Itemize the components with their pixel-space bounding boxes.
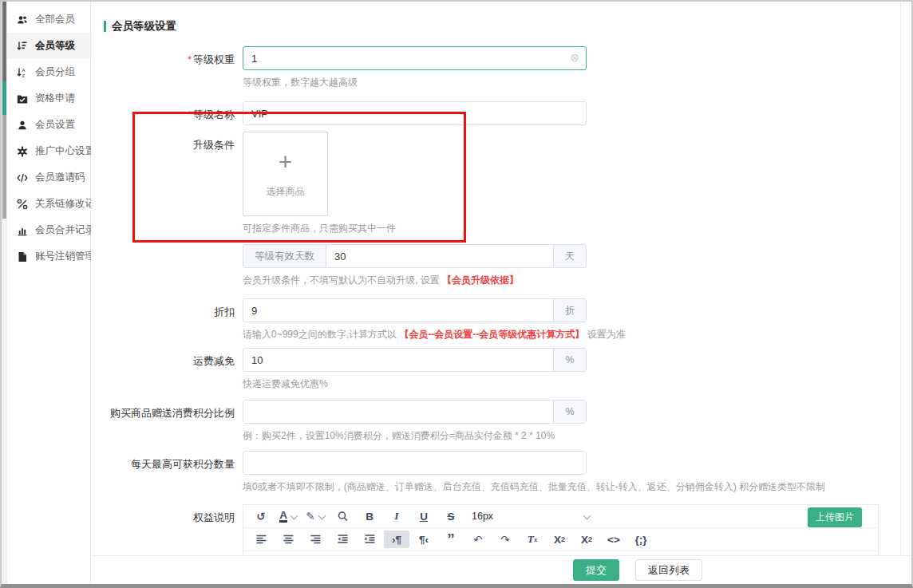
- blockquote-icon[interactable]: ”: [438, 531, 464, 548]
- page-title: 会员等级设置: [112, 19, 176, 34]
- underline-icon[interactable]: U: [411, 507, 437, 525]
- scrollbar-track-segment: [2, 115, 6, 219]
- clear-format-icon[interactable]: Tx: [520, 531, 545, 548]
- sidebar-item-member-groups[interactable]: AZ 会员分组: [7, 59, 90, 85]
- daily-max-points-input[interactable]: [243, 451, 587, 475]
- level-name-input[interactable]: [243, 101, 587, 125]
- user-icon: [17, 120, 28, 131]
- sidebar-item-label: 会员合并记录: [35, 223, 95, 237]
- align-center-icon[interactable]: [275, 531, 301, 548]
- gear-icon: [17, 146, 28, 157]
- superscript-icon[interactable]: X2: [574, 531, 599, 548]
- sort-level-icon: [17, 41, 28, 52]
- code-block-icon[interactable]: {;}: [628, 531, 654, 548]
- clear-input-icon[interactable]: ⊗: [570, 52, 579, 63]
- helper-text: 等级权重，数字越大越高级: [243, 76, 587, 89]
- upgrade-basis-link[interactable]: 【会员升级依据】: [442, 274, 519, 286]
- sidebar-item-member-level[interactable]: 会员等级: [7, 33, 90, 59]
- sidebar-item-label: 会员邀请码: [35, 171, 85, 184]
- sidebar-item-label: 会员设置: [35, 118, 75, 132]
- discount-input[interactable]: [243, 299, 553, 322]
- sidebar-item-invite-code[interactable]: 会员邀请码: [7, 164, 90, 191]
- footer-bar: 提交 返回列表: [91, 555, 911, 584]
- sidebar-item-merge-log[interactable]: 会员合并记录: [7, 217, 90, 243]
- sidebar-item-relation-log[interactable]: 关系链修改记录: [7, 191, 90, 217]
- sidebar-item-account-cancellation[interactable]: 账号注销管理: [7, 243, 90, 270]
- points-ratio-input[interactable]: [243, 401, 553, 423]
- valid-days-prefix: 等级有效天数: [243, 245, 326, 267]
- paragraph-rtl-icon[interactable]: ›¶: [384, 531, 409, 548]
- strikethrough-icon[interactable]: S: [438, 507, 464, 525]
- shipping-discount-input[interactable]: [243, 349, 553, 371]
- bold-icon[interactable]: B: [357, 507, 382, 525]
- users-icon: [17, 14, 28, 26]
- undo-icon[interactable]: ↶: [465, 531, 491, 548]
- file-icon: [17, 251, 28, 262]
- svg-text:Z: Z: [22, 73, 26, 78]
- sidebar-item-label: 推广中心设置: [35, 144, 95, 158]
- align-left-icon[interactable]: [248, 531, 274, 548]
- section-title: 会员等级设置: [104, 19, 911, 34]
- helper-text: 例：购买2件，设置10%消费积分，赠送消费积分=商品实付金额 * 2 * 10%: [243, 429, 690, 442]
- link-icon: [17, 199, 28, 210]
- indent-icon[interactable]: [357, 531, 382, 548]
- form-row-weight: *等级权重 ⊗ 等级权重，数字越大越高级: [104, 46, 911, 89]
- field-label: 每天最高可获积分数量: [104, 451, 243, 472]
- highlight-pen-icon[interactable]: ✎: [302, 507, 328, 525]
- discount-settings-link[interactable]: 【会员--会员设置--会员等级优惠计算方式】: [399, 329, 584, 340]
- font-color-icon[interactable]: A: [275, 507, 301, 525]
- folder-check-icon: [17, 93, 28, 105]
- search-icon[interactable]: [330, 507, 355, 525]
- form-row-daily-max-points: 每天最高可获积分数量 填0或者不填即不限制，(商品赠送、订单赠送、后台充值、充值…: [104, 451, 911, 493]
- font-size-select[interactable]: 16px: [472, 511, 590, 522]
- form-row-valid-days: 等级有效天数 天 会员升级条件，不填写默认为不自动升级, 设置 【会员升级依据】: [104, 244, 911, 286]
- editor-toolbar-row2: ›¶ ¶‹ ” ↶ ↷ Tx X2 X2 <> {;}: [243, 528, 878, 551]
- valid-days-unit: 天: [553, 245, 586, 267]
- sidebar-item-member-settings[interactable]: 会员设置: [7, 112, 90, 138]
- field-label: 购买商品赠送消费积分比例: [104, 400, 243, 420]
- outdent-icon[interactable]: [330, 531, 355, 548]
- field-label: *等级权重: [104, 46, 243, 67]
- form-row-points-ratio: 购买商品赠送消费积分比例 % 例：购买2件，设置10%消费积分，赠送消费积分=商…: [104, 400, 911, 442]
- paragraph-ltr-icon[interactable]: ¶‹: [411, 531, 437, 548]
- helper-text: 会员升级条件，不填写默认为不自动升级, 设置 【会员升级依据】: [243, 274, 587, 286]
- back-to-list-button[interactable]: 返回列表: [635, 559, 702, 581]
- svg-text:A: A: [22, 68, 26, 73]
- redo-icon[interactable]: ↷: [492, 531, 518, 548]
- select-product-uploader[interactable]: + 选择商品: [243, 132, 328, 216]
- italic-icon[interactable]: I: [384, 507, 409, 525]
- points-ratio-unit: %: [553, 401, 586, 423]
- field-label-empty: [104, 244, 243, 251]
- sidebar: 全部会员 会员等级 AZ 会员分组 资格申请 会员设置: [7, 2, 91, 584]
- field-label: 权益说明: [104, 504, 243, 525]
- sort-alpha-icon: AZ: [17, 67, 28, 78]
- inline-code-icon[interactable]: <>: [601, 531, 626, 548]
- level-weight-input[interactable]: [243, 46, 587, 70]
- content-scrollbar-track[interactable]: [900, 2, 901, 584]
- field-label: 折扣: [104, 298, 243, 319]
- plus-icon: +: [279, 150, 293, 174]
- submit-button[interactable]: 提交: [573, 559, 619, 581]
- sidebar-item-label: 资格申请: [35, 92, 75, 105]
- required-asterisk: *: [188, 109, 192, 120]
- field-label: 升级条件: [104, 132, 243, 152]
- sidebar-item-label: 会员等级: [35, 39, 75, 53]
- align-right-icon[interactable]: [302, 531, 328, 548]
- app-window: 全部会员 会员等级 AZ 会员分组 资格申请 会员设置: [0, 0, 913, 588]
- sidebar-item-all-members[interactable]: 全部会员: [7, 6, 90, 33]
- select-product-label: 选择商品: [267, 185, 305, 199]
- sidebar-item-promotion-settings[interactable]: 推广中心设置: [7, 138, 90, 164]
- valid-days-input[interactable]: [326, 245, 553, 267]
- required-asterisk: *: [188, 53, 192, 65]
- form-row-discount: 折扣 折 请输入0~999之间的数字,计算方式以 【会员--会员设置--会员等级…: [104, 298, 911, 341]
- editor-toolbar-row1: ↺ A ✎ B I U S 16px 上传图片: [243, 505, 878, 528]
- subscript-icon[interactable]: X2: [547, 531, 572, 548]
- sidebar-item-label: 会员分组: [35, 65, 75, 79]
- history-icon[interactable]: ↺: [248, 507, 274, 525]
- sidebar-item-label: 账号注销管理: [35, 250, 95, 263]
- main-panel: 会员等级设置 *等级权重 ⊗ 等级权重，数字越大越高级 *等级名称: [91, 2, 911, 584]
- outer-scrollbar[interactable]: [2, 2, 7, 584]
- sidebar-item-qualification[interactable]: 资格申请: [7, 85, 90, 112]
- scrollbar-thumb[interactable]: [2, 2, 6, 81]
- upload-image-button[interactable]: 上传图片: [808, 507, 862, 527]
